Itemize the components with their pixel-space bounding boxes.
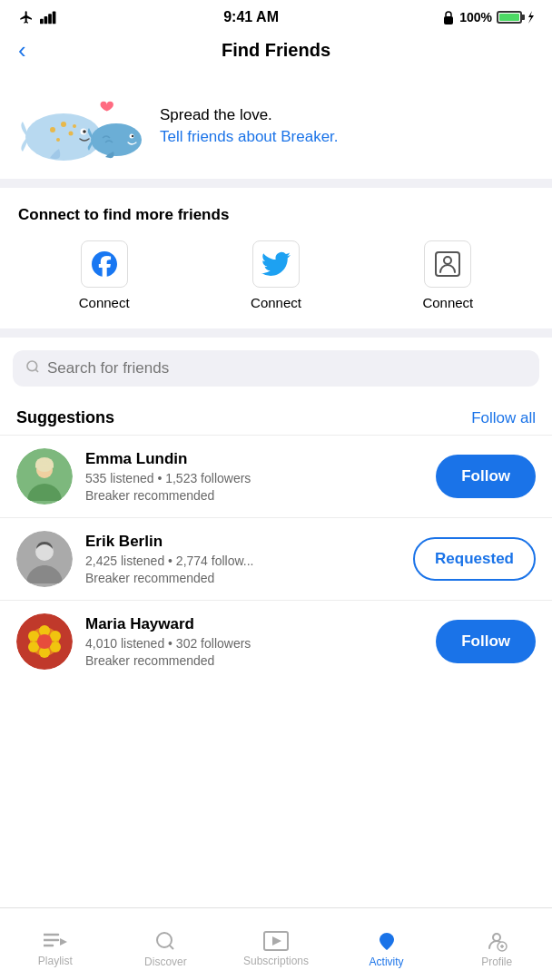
facebook-logo bbox=[90, 250, 119, 279]
subscriptions-icon bbox=[263, 931, 289, 951]
svg-point-13 bbox=[73, 124, 76, 128]
nav-label-profile: Profile bbox=[481, 956, 512, 968]
connect-facebook[interactable]: Connect bbox=[79, 240, 130, 310]
promo-link[interactable]: Tell friends about Breaker. bbox=[160, 128, 339, 145]
battery-percent: 100% bbox=[459, 10, 492, 24]
svg-point-32 bbox=[28, 642, 39, 652]
follow-button-emma[interactable]: Follow bbox=[436, 455, 536, 498]
user-info-erik: Erik Berlin 2,425 listened • 2,774 follo… bbox=[85, 533, 400, 585]
connect-options: Connect Connect bbox=[18, 240, 534, 319]
contacts-connect-label: Connect bbox=[422, 295, 473, 310]
search-input[interactable] bbox=[47, 359, 527, 377]
follow-all-button[interactable]: Follow all bbox=[471, 409, 536, 427]
nav-label-playlist: Playlist bbox=[38, 955, 73, 967]
page-header: ‹ Find Friends bbox=[0, 31, 552, 74]
suggestions-list: Emma Lundin 535 listened • 1,523 followe… bbox=[0, 435, 552, 682]
svg-marker-5 bbox=[528, 11, 534, 24]
user-rec-emma: Breaker recommended bbox=[85, 488, 423, 503]
avatar-erik-img bbox=[16, 531, 73, 587]
svg-point-30 bbox=[50, 642, 61, 652]
status-time: 9:41 AM bbox=[223, 9, 279, 25]
profile-icon bbox=[486, 930, 508, 952]
divider-1 bbox=[0, 179, 552, 188]
twitter-connect-label: Connect bbox=[251, 295, 301, 310]
magnifier-icon bbox=[25, 359, 40, 374]
svg-rect-3 bbox=[53, 12, 56, 24]
nav-item-activity[interactable]: Activity bbox=[331, 921, 442, 968]
search-container bbox=[0, 338, 552, 399]
promo-tagline: Spread the love. bbox=[160, 106, 534, 124]
svg-point-6 bbox=[25, 113, 102, 161]
page-title: Find Friends bbox=[222, 40, 330, 61]
nav-item-subscriptions[interactable]: Subscriptions bbox=[221, 922, 331, 967]
follow-button-maria[interactable]: Follow bbox=[436, 620, 536, 663]
user-rec-maria: Breaker recommended bbox=[85, 653, 423, 668]
connect-twitter[interactable]: Connect bbox=[251, 240, 301, 310]
battery-icon bbox=[497, 11, 522, 24]
airplane-icon bbox=[18, 10, 34, 24]
lock-icon bbox=[442, 10, 455, 24]
user-name-erik: Erik Berlin bbox=[85, 533, 400, 551]
status-bar: 9:41 AM 100% bbox=[0, 0, 552, 31]
nav-label-discover: Discover bbox=[144, 956, 187, 968]
svg-point-12 bbox=[56, 138, 60, 142]
suggestions-header: Suggestions Follow all bbox=[0, 399, 552, 435]
svg-point-9 bbox=[50, 127, 55, 132]
user-info-maria: Maria Hayward 4,010 listened • 302 follo… bbox=[85, 615, 423, 668]
nav-item-profile[interactable]: Profile bbox=[441, 921, 552, 968]
main-content: Spread the love. Tell friends about Brea… bbox=[0, 74, 552, 755]
user-rec-erik: Breaker recommended bbox=[85, 571, 400, 585]
contacts-connect-icon bbox=[424, 240, 471, 288]
avatar-emma-img bbox=[16, 448, 73, 505]
avatar-erik bbox=[16, 531, 73, 587]
promo-illustration bbox=[18, 90, 145, 162]
search-box[interactable] bbox=[13, 350, 539, 387]
back-button[interactable]: ‹ bbox=[18, 36, 26, 64]
user-card-emma: Emma Lundin 535 listened • 1,523 followe… bbox=[0, 435, 552, 517]
twitter-logo bbox=[261, 251, 291, 277]
user-name-maria: Maria Hayward bbox=[85, 615, 423, 633]
connect-contacts[interactable]: Connect bbox=[422, 240, 473, 310]
svg-point-19 bbox=[27, 361, 37, 371]
avatar-emma bbox=[16, 448, 73, 505]
divider-2 bbox=[0, 328, 552, 338]
svg-rect-2 bbox=[48, 14, 52, 24]
user-name-emma: Emma Lundin bbox=[85, 450, 423, 468]
promo-banner: Spread the love. Tell friends about Brea… bbox=[0, 74, 552, 179]
nav-item-playlist[interactable]: Playlist bbox=[0, 922, 111, 967]
svg-point-14 bbox=[91, 123, 142, 156]
svg-point-33 bbox=[28, 631, 39, 642]
svg-line-20 bbox=[35, 369, 38, 372]
discover-icon bbox=[154, 930, 176, 952]
svg-point-43 bbox=[493, 934, 500, 941]
svg-marker-38 bbox=[60, 938, 67, 946]
activity-icon bbox=[375, 930, 399, 952]
facebook-connect-icon bbox=[81, 240, 128, 288]
signal-icon bbox=[40, 10, 60, 24]
search-icon bbox=[25, 359, 40, 377]
facebook-connect-label: Connect bbox=[79, 295, 130, 310]
user-stats-maria: 4,010 listened • 302 followers bbox=[85, 636, 423, 651]
playlist-icon bbox=[44, 931, 67, 951]
svg-point-18 bbox=[444, 257, 451, 264]
svg-rect-0 bbox=[40, 19, 44, 24]
avatar-maria-img bbox=[16, 613, 73, 670]
svg-point-16 bbox=[132, 135, 133, 137]
whale-illustration bbox=[18, 90, 145, 162]
svg-point-8 bbox=[83, 130, 86, 133]
user-info-emma: Emma Lundin 535 listened • 1,523 followe… bbox=[85, 450, 423, 503]
contacts-logo bbox=[433, 250, 462, 279]
connect-section: Connect to find more friends Connect bbox=[0, 188, 552, 328]
charging-icon bbox=[527, 11, 534, 24]
promo-text: Spread the love. Tell friends about Brea… bbox=[160, 106, 534, 146]
user-card-maria: Maria Hayward 4,010 listened • 302 follo… bbox=[0, 600, 552, 682]
suggestions-title: Suggestions bbox=[16, 408, 114, 427]
status-right: 100% bbox=[442, 10, 534, 24]
requested-button-erik[interactable]: Requested bbox=[413, 537, 536, 581]
status-left bbox=[18, 10, 60, 24]
avatar-maria bbox=[16, 613, 73, 670]
user-card-erik: Erik Berlin 2,425 listened • 2,774 follo… bbox=[0, 517, 552, 600]
user-stats-erik: 2,425 listened • 2,774 follow... bbox=[85, 554, 400, 568]
svg-point-11 bbox=[69, 132, 74, 136]
nav-item-discover[interactable]: Discover bbox=[111, 921, 222, 968]
